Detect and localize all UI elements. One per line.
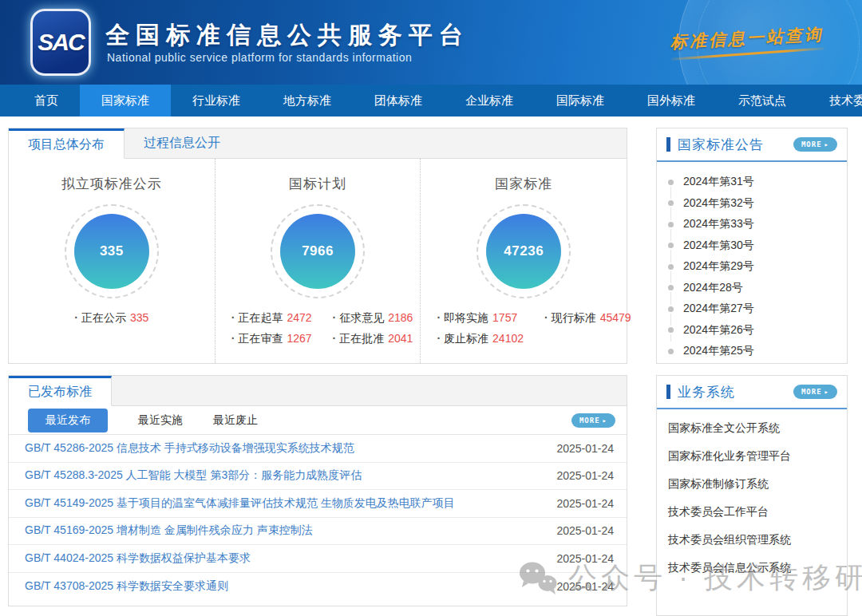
stat-item: 征求意见2186: [333, 311, 413, 326]
nav-item-technical-committee[interactable]: 技术委员会: [808, 85, 862, 116]
nav-item-group-standards[interactable]: 团体标准: [353, 85, 444, 116]
header-accent-bar: [666, 385, 670, 399]
system-link[interactable]: 技术委员会组织管理系统: [668, 526, 847, 554]
more-arrow-icon: ▸: [824, 388, 829, 396]
announcements-header: 国家标准公告 MORE▸: [657, 128, 847, 162]
standard-date: 2025-01-24: [556, 524, 614, 537]
standard-date: 2025-01-24: [556, 497, 614, 510]
standard-date: 2025-01-24: [556, 580, 614, 593]
standard-date: 2025-01-24: [556, 469, 614, 482]
stat-ring: 47236: [476, 204, 571, 298]
stat-item: 正在起草2472: [231, 311, 312, 326]
more-arrow-icon: ▸: [824, 140, 829, 148]
standard-date: 2025-01-24: [556, 442, 614, 455]
nav-item-enterprise-standards[interactable]: 企业标准: [444, 85, 535, 116]
announcement-item[interactable]: 2024年第33号: [668, 214, 847, 235]
national-standard-announcements-panel: 国家标准公告 MORE▸ 2024年第31号 2024年第32号 2024年第3…: [656, 128, 848, 364]
stat-circle: 7966: [280, 214, 355, 289]
stat-item: 正在批准2041: [333, 332, 413, 346]
tab-process-info[interactable]: 过程信息公开: [125, 128, 239, 158]
site-header: SAC 全国标准信息公共服务平台 National public service…: [0, 0, 862, 85]
stat-circle-value: 7966: [302, 243, 334, 259]
nav-item-local-standards[interactable]: 地方标准: [262, 85, 353, 116]
announcement-item[interactable]: 2024年第26号: [668, 320, 847, 342]
stat-column-national: 国家标准 47236 即将实施1757 现行标准45479 废止标准24102: [420, 159, 627, 363]
stat-circle-value: 47236: [504, 243, 544, 259]
stat-column-title: 国家标准: [421, 175, 627, 193]
stat-list: 即将实施1757 现行标准45479 废止标准24102: [421, 311, 627, 346]
system-link[interactable]: 国家标准化业务管理平台: [668, 442, 847, 470]
site-title: 全国标准信息公共服务平台: [105, 19, 469, 52]
sac-logo-text: SAC: [38, 29, 83, 56]
standard-link[interactable]: GB/T 45286-2025 信息技术 手持式移动设备增强现实系统技术规范: [25, 441, 354, 456]
overview-body: 拟立项标准公示 335 正在公示335 国标计划 7966 正在起草2472 征…: [9, 159, 627, 363]
stat-list: 正在起草2472 征求意见2186 正在审查1267 正在批准2041: [216, 311, 421, 346]
announcements-title: 国家标准公告: [678, 136, 793, 154]
nav-item-industry-standards[interactable]: 行业标准: [171, 85, 262, 116]
stat-ring: 335: [65, 204, 159, 298]
standard-link[interactable]: GB/T 45149-2025 基于项目的温室气体减排量评估技术规范 生物质发电…: [25, 496, 455, 511]
stat-ring: 7966: [271, 204, 365, 298]
stat-item: 现行标准45479: [544, 311, 631, 326]
stat-list: 正在公示335: [9, 311, 215, 326]
more-arrow-icon: ▸: [603, 417, 607, 424]
tab-project-distribution[interactable]: 项目总体分布: [9, 128, 125, 159]
table-row: GB/T 44024-2025 科学数据权益保护基本要求 2025-01-24: [9, 545, 627, 573]
business-systems-panel: 业务系统 MORE▸ 国家标准全文公开系统 国家标准化业务管理平台 国家标准制修…: [656, 375, 848, 616]
sac-logo[interactable]: SAC: [30, 9, 91, 76]
stat-item: 正在审查1267: [231, 332, 312, 346]
subtab-recently-published[interactable]: 最近发布: [28, 409, 108, 432]
subtab-recently-abolished[interactable]: 最近废止: [213, 413, 258, 428]
systems-more-button[interactable]: MORE▸: [793, 385, 837, 399]
published-more-button[interactable]: MORE▸: [571, 413, 615, 428]
nav-item-demonstration[interactable]: 示范试点: [717, 85, 808, 116]
table-row: GB/T 45288.3-2025 人工智能 大模型 第3部分：服务能力成熟度评…: [9, 463, 627, 491]
standard-link[interactable]: GB/T 45288.3-2025 人工智能 大模型 第3部分：服务能力成熟度评…: [25, 468, 362, 483]
announcement-item[interactable]: 2024年28号: [668, 278, 847, 299]
announcement-item[interactable]: 2024年第29号: [668, 256, 847, 278]
system-link[interactable]: 国家标准制修订系统: [668, 470, 847, 498]
announcements-more-button[interactable]: MORE▸: [793, 137, 837, 152]
stat-column-title: 拟立项标准公示: [9, 175, 215, 193]
systems-header: 业务系统 MORE▸: [657, 376, 847, 409]
system-link[interactable]: 国家标准全文公开系统: [668, 414, 847, 442]
standard-link[interactable]: GB/T 45169-2025 增材制造 金属制件残余应力 声束控制法: [25, 523, 313, 538]
published-subtabs: 最近发布 最近实施 最近废止 MORE▸: [9, 406, 627, 435]
standard-link[interactable]: GB/T 44024-2025 科学数据权益保护基本要求: [25, 551, 251, 566]
site-subtitle: National public service platform for sta…: [107, 51, 412, 64]
standard-date: 2025-01-24: [556, 552, 614, 565]
table-row: GB/T 45149-2025 基于项目的温室气体减排量评估技术规范 生物质发电…: [9, 490, 627, 518]
standards-table: GB/T 45286-2025 信息技术 手持式移动设备增强现实系统技术规范 2…: [9, 435, 627, 600]
announcement-item[interactable]: 2024年第25号: [668, 341, 847, 362]
table-row: GB/T 45286-2025 信息技术 手持式移动设备增强现实系统技术规范 2…: [9, 435, 627, 463]
subtab-recently-implemented[interactable]: 最近实施: [138, 413, 183, 428]
overview-tabstrip: 项目总体分布 过程信息公开: [9, 128, 627, 159]
system-link[interactable]: 技术委员会工作平台: [668, 498, 847, 526]
nav-item-foreign-standards[interactable]: 国外标准: [626, 85, 717, 116]
nav-item-home[interactable]: 首页: [13, 85, 80, 116]
announcement-item[interactable]: 2024年第32号: [668, 193, 847, 215]
stat-item: 正在公示335: [74, 311, 148, 326]
announcement-item[interactable]: 2024年第27号: [668, 298, 847, 320]
nav-item-national-standards[interactable]: 国家标准: [80, 85, 171, 116]
announcement-item[interactable]: 2024年第30号: [668, 235, 847, 257]
systems-list: 国家标准全文公开系统 国家标准化业务管理平台 国家标准制修订系统 技术委员会工作…: [657, 409, 847, 582]
tab-published-standards[interactable]: 已发布标准: [9, 376, 112, 406]
table-row: GB/T 45169-2025 增材制造 金属制件残余应力 声束控制法 2025…: [9, 518, 627, 546]
systems-title: 业务系统: [678, 383, 793, 401]
nav-item-international-standards[interactable]: 国际标准: [535, 85, 626, 116]
standard-link[interactable]: GB/T 43708-2025 科学数据安全要求通则: [25, 579, 228, 594]
system-link[interactable]: 技术委员会信息公示系统: [668, 554, 847, 582]
stat-item: 废止标准24102: [437, 332, 524, 346]
stat-column-plans: 国标计划 7966 正在起草2472 征求意见2186 正在审查1267 正在批…: [215, 159, 421, 363]
announcement-item[interactable]: 2024年第31号: [668, 172, 847, 193]
published-tabstrip: 已发布标准: [9, 376, 627, 406]
stat-circle-value: 335: [100, 243, 124, 259]
stat-column-title: 国标计划: [216, 175, 421, 193]
table-row: GB/T 43708-2025 科学数据安全要求通则 2025-01-24: [9, 573, 627, 601]
stat-circle: 335: [74, 214, 149, 289]
announcements-list: 2024年第31号 2024年第32号 2024年第33号 2024年第30号 …: [657, 162, 847, 362]
header-accent-bar: [666, 137, 670, 152]
stat-item: 即将实施1757: [437, 311, 524, 326]
main-nav: 首页 国家标准 行业标准 地方标准 团体标准 企业标准 国际标准 国外标准 示范…: [0, 85, 862, 116]
